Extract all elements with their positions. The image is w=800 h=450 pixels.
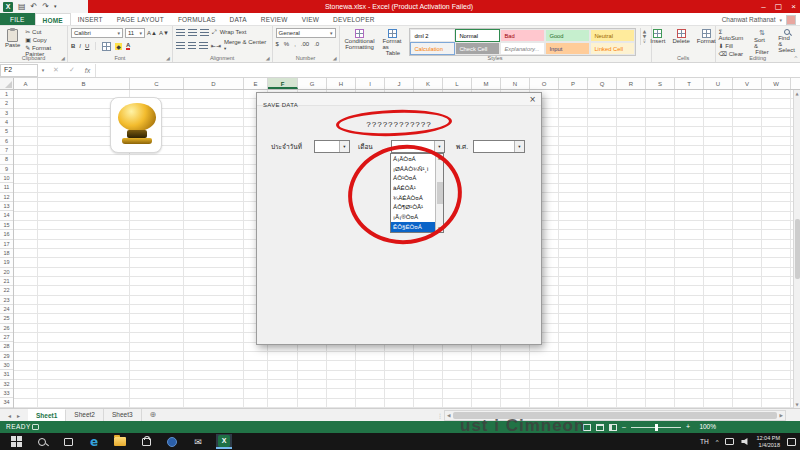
copy-button[interactable]: ▣ Copy xyxy=(25,36,64,43)
column-header-R[interactable]: R xyxy=(617,78,646,89)
select-all-corner[interactable] xyxy=(0,78,14,89)
sort-filter-button[interactable]: ⇅ Sort & Filter xyxy=(752,28,772,57)
display-icon[interactable] xyxy=(725,438,734,445)
ribbon-tab-data[interactable]: DATA xyxy=(223,13,254,25)
fill-button[interactable]: ⬇ Fill xyxy=(719,42,748,49)
hscroll-right-icon[interactable]: ▶ xyxy=(778,413,785,418)
dialog-title-bar[interactable]: SAVE DATA × xyxy=(257,93,541,106)
cell-style-calculation[interactable]: Calculation xyxy=(410,42,455,55)
gallery-more-icon[interactable]: ⊽ xyxy=(643,39,646,44)
number-dialog-launcher-icon[interactable]: ◢ xyxy=(333,55,337,61)
column-header-G[interactable]: G xyxy=(298,78,327,89)
clock[interactable]: 12:04 PM 1/4/2018 xyxy=(756,435,780,449)
ribbon-tab-home[interactable]: HOME xyxy=(35,13,71,25)
number-format-select[interactable]: General▾ xyxy=(276,28,336,38)
zoom-in-icon[interactable]: + xyxy=(686,421,690,433)
italic-button[interactable]: I xyxy=(79,43,81,49)
horizontal-scrollbar[interactable]: ◀ ▶ xyxy=(444,410,786,421)
align-center-icon[interactable] xyxy=(188,42,197,49)
align-left-icon[interactable] xyxy=(176,42,185,49)
year-combo-dropdown-icon[interactable]: ▾ xyxy=(514,141,524,152)
user-dropdown-icon[interactable]: ▾ xyxy=(779,17,782,23)
ribbon-tab-review[interactable]: REVIEW xyxy=(254,13,295,25)
insert-cells-button[interactable]: Insert xyxy=(648,28,667,45)
taskbar-explorer-icon[interactable] xyxy=(112,434,128,449)
year-combobox[interactable]: ▾ xyxy=(473,140,525,153)
indent-icons[interactable]: ⇤⇥ xyxy=(211,42,221,49)
taskbar-mail-icon[interactable]: ✉ xyxy=(190,434,206,449)
date-combobox[interactable]: ▾ xyxy=(314,140,350,153)
month-combo-dropdown-icon[interactable]: ▾ xyxy=(434,141,444,152)
sheet-tab-sheet2[interactable]: Sheet2 xyxy=(66,409,104,421)
horizontal-scroll-thumb[interactable] xyxy=(453,412,776,419)
cell-style-good[interactable]: Good xyxy=(545,29,590,42)
account-box[interactable]: Chanwat Rathanat ▾ xyxy=(722,13,796,26)
column-header-N[interactable]: N xyxy=(501,78,530,89)
row-header-3[interactable]: 3 xyxy=(0,109,13,118)
row-header-15[interactable]: 15 xyxy=(0,221,13,230)
column-header-K[interactable]: K xyxy=(414,78,443,89)
hscroll-left-icon[interactable]: ◀ xyxy=(445,413,452,418)
alignment-dialog-launcher-icon[interactable]: ◢ xyxy=(266,55,270,61)
align-middle-icon[interactable] xyxy=(188,29,197,36)
tab-scroll-splitter[interactable]: ⋮ xyxy=(437,411,441,420)
ribbon-tab-file[interactable]: FILE xyxy=(0,13,35,25)
row-header-23[interactable]: 23 xyxy=(0,296,13,305)
vertical-scrollbar[interactable]: ▲ ▼ xyxy=(793,90,800,408)
minimize-button[interactable]: – xyxy=(761,0,765,13)
enter-icon[interactable]: ✓ xyxy=(64,66,80,74)
column-header-I[interactable]: I xyxy=(356,78,385,89)
paste-button[interactable]: Paste xyxy=(3,28,22,57)
column-header-H[interactable]: H xyxy=(327,78,356,89)
row-header-26[interactable]: 26 xyxy=(0,324,13,333)
row-header-8[interactable]: 8 xyxy=(0,155,13,164)
page-break-view-icon[interactable] xyxy=(609,424,617,431)
cell-style-explanatory-[interactable]: Explanatory... xyxy=(500,42,545,55)
zoom-slider-thumb[interactable] xyxy=(655,424,658,431)
column-header-P[interactable]: P xyxy=(559,78,588,89)
taskbar-excel-icon[interactable]: X xyxy=(216,434,232,449)
fill-color-icon[interactable]: ◆ xyxy=(115,43,122,50)
column-header-M[interactable]: M xyxy=(472,78,501,89)
merge-center-button[interactable]: Merge & Center ▾ xyxy=(224,39,269,51)
row-header-32[interactable]: 32 xyxy=(0,380,13,389)
row-header-27[interactable]: 27 xyxy=(0,333,13,342)
align-bottom-icon[interactable] xyxy=(200,29,209,36)
formula-input[interactable] xyxy=(95,64,795,77)
row-header-6[interactable]: 6 xyxy=(0,137,13,146)
row-header-22[interactable]: 22 xyxy=(0,286,13,295)
cell-style-dml-2[interactable]: dml 2 xyxy=(410,29,455,42)
cell-style-check-cell[interactable]: Check Cell xyxy=(455,42,500,55)
trophy-image[interactable] xyxy=(110,97,162,153)
find-select-button[interactable]: Find & Select xyxy=(776,28,797,57)
speaker-icon[interactable] xyxy=(741,438,749,445)
row-header-2[interactable]: 2 xyxy=(0,99,13,108)
undo-icon[interactable]: ↶ xyxy=(31,0,38,13)
gallery-scroll[interactable]: ▲ ▼ ⊽ xyxy=(640,28,647,45)
row-header-29[interactable]: 29 xyxy=(0,352,13,361)
shrink-font-button[interactable]: A▼ xyxy=(159,30,169,36)
sheet-nav-right-icon[interactable]: ▸ xyxy=(17,412,20,419)
tray-chevron-icon[interactable]: ^ xyxy=(716,439,719,445)
row-header-30[interactable]: 30 xyxy=(0,361,13,370)
conditional-formatting-button[interactable]: Conditional Formatting xyxy=(343,28,377,51)
taskbar-edge-icon[interactable]: e xyxy=(86,434,102,449)
cut-button[interactable]: ✂ Cut xyxy=(25,28,64,35)
row-header-10[interactable]: 10 xyxy=(0,174,13,183)
row-header-19[interactable]: 19 xyxy=(0,258,13,267)
font-color-icon[interactable]: A xyxy=(126,42,130,50)
new-sheet-icon[interactable]: ⊕ xyxy=(142,409,165,421)
taskbar-app-circle-icon[interactable] xyxy=(164,434,180,449)
dialog-close-icon[interactable]: × xyxy=(529,93,536,106)
row-header-34[interactable]: 34 xyxy=(0,398,13,407)
macro-record-icon[interactable] xyxy=(32,424,39,430)
grow-font-button[interactable]: A▲ xyxy=(147,30,157,36)
zoom-out-icon[interactable]: – xyxy=(622,421,626,433)
row-header-16[interactable]: 16 xyxy=(0,230,13,239)
row-header-28[interactable]: 28 xyxy=(0,342,13,351)
row-header-9[interactable]: 9 xyxy=(0,165,13,174)
row-header-17[interactable]: 17 xyxy=(0,240,13,249)
sheet-tab-sheet1[interactable]: Sheet1 xyxy=(28,409,66,421)
name-box-dropdown-icon[interactable]: ▾ xyxy=(38,67,48,73)
comma-button[interactable]: , xyxy=(294,41,296,47)
